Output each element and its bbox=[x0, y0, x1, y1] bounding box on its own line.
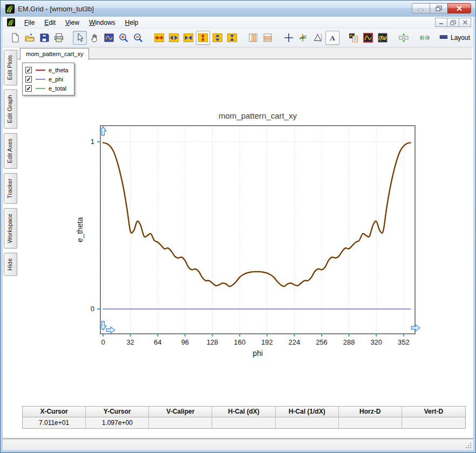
print-button[interactable] bbox=[52, 31, 66, 45]
zoom-box-tool-button[interactable] bbox=[102, 31, 116, 45]
select-tool-button[interactable] bbox=[73, 31, 87, 45]
expand-y-button[interactable] bbox=[196, 31, 210, 45]
side-tab-tracker[interactable]: Tracker bbox=[4, 173, 17, 204]
toolbar-separator bbox=[275, 31, 282, 45]
resize-grip-icon[interactable] bbox=[465, 442, 472, 449]
caliper-tool-button[interactable] bbox=[311, 31, 325, 45]
shrink-x-button[interactable] bbox=[181, 31, 195, 45]
app-logo-icon bbox=[5, 4, 15, 13]
multi-graph-button[interactable] bbox=[376, 31, 390, 45]
title-bar[interactable]: EM.Grid - [wmom_tut3b] bbox=[1, 1, 475, 17]
side-tab-edit-graph[interactable]: Edit Graph bbox=[4, 90, 17, 129]
layout-button[interactable]: Layout bbox=[439, 33, 470, 43]
tracker-header-cell: X-Cursor bbox=[23, 407, 86, 417]
menu-file[interactable]: File bbox=[19, 17, 39, 28]
side-tab-edit-plots[interactable]: Edit Plots bbox=[4, 50, 17, 85]
crosshair-button[interactable] bbox=[282, 31, 296, 45]
new-document-button[interactable] bbox=[8, 31, 22, 45]
mdi-window-buttons bbox=[436, 18, 471, 27]
tracker-header-cell: H-Cal (1/dX) bbox=[276, 407, 339, 417]
legend-label: e_phi bbox=[49, 76, 63, 83]
tracker-icon bbox=[298, 32, 309, 43]
text-label-button[interactable]: A bbox=[325, 31, 339, 45]
tracker-header-cell: Vert-D bbox=[402, 407, 465, 417]
toolbar-separator bbox=[411, 31, 418, 45]
chart-area[interactable]: mom_pattern_cart_xy032649612816019222425… bbox=[72, 107, 460, 366]
open-file-button[interactable] bbox=[23, 31, 37, 45]
restore-button[interactable] bbox=[430, 3, 448, 13]
mdi-restore-icon bbox=[450, 20, 456, 25]
side-tab-workspace[interactable]: Workspace bbox=[4, 208, 17, 249]
caliper-icon bbox=[312, 32, 323, 43]
plot-properties-button[interactable] bbox=[346, 31, 361, 45]
x-tick-label: 192 bbox=[261, 338, 273, 346]
zoom-box-icon bbox=[104, 32, 114, 43]
side-tab-hide[interactable]: Hide bbox=[4, 253, 17, 276]
menu-windows[interactable]: Windows bbox=[84, 17, 120, 28]
save-button[interactable] bbox=[37, 31, 51, 45]
x-tick-label: 32 bbox=[126, 338, 134, 346]
menu-view[interactable]: View bbox=[60, 17, 84, 28]
close-button[interactable] bbox=[447, 3, 471, 13]
tracker-tool-button[interactable] bbox=[296, 31, 310, 45]
side-tab-edit-axes[interactable]: Edit Axes bbox=[4, 133, 17, 169]
x-axis-left-handle-icon[interactable] bbox=[106, 327, 115, 333]
legend-line-swatch bbox=[36, 70, 45, 71]
legend-line-swatch bbox=[36, 79, 45, 80]
menu-edit[interactable]: Edit bbox=[39, 17, 60, 28]
mdi-minimize-button[interactable] bbox=[435, 18, 447, 27]
series-e_theta bbox=[103, 143, 411, 287]
tracker-value-cell bbox=[339, 417, 402, 428]
single-graph-icon bbox=[363, 32, 373, 43]
mdi-restore-button[interactable] bbox=[447, 18, 459, 27]
widen-y-icon bbox=[212, 32, 223, 43]
x-tick-label: 288 bbox=[343, 338, 355, 346]
expand-y-icon bbox=[198, 32, 208, 43]
widen-y-button[interactable] bbox=[210, 31, 225, 45]
zoom-in-button[interactable] bbox=[117, 31, 131, 45]
shrink-y-button[interactable] bbox=[225, 31, 239, 45]
legend-item-e_total: ✓e_total bbox=[25, 84, 69, 93]
toolbar: ALayout bbox=[3, 29, 473, 47]
y-axis-label: e_theta bbox=[76, 217, 84, 242]
window-body: FileEditViewWindowsHelp ALayout Edit Plo… bbox=[3, 17, 473, 450]
legend-checkbox-e_total[interactable]: ✓ bbox=[25, 85, 32, 92]
legend-label: e_total bbox=[49, 85, 66, 92]
single-graph-button[interactable] bbox=[361, 31, 375, 45]
x-tick-label: 352 bbox=[398, 338, 410, 346]
fit-vertical-icon bbox=[398, 32, 409, 43]
zoom-out-button[interactable] bbox=[131, 31, 145, 45]
mdi-close-button[interactable] bbox=[459, 18, 471, 27]
legend-checkbox-e_theta[interactable]: ✓ bbox=[25, 67, 32, 73]
menu-help[interactable]: Help bbox=[120, 17, 144, 28]
horizontal-gridlines-button[interactable] bbox=[261, 31, 275, 45]
x-tick-label: 96 bbox=[181, 338, 189, 346]
tracker-value-cell: 7.011e+01 bbox=[23, 417, 86, 428]
close-icon bbox=[456, 5, 463, 11]
mdi-close-icon bbox=[463, 20, 468, 25]
x-axis-right-handle-icon[interactable] bbox=[411, 325, 420, 331]
toolbar-separator bbox=[240, 31, 246, 45]
tab-mom-pattern-cart-xy[interactable]: mom_pattern_cart_xy bbox=[20, 48, 89, 60]
app-window: EM.Grid - [wmom_tut3b] FileEditViewWindo… bbox=[0, 0, 476, 453]
widen-x-button[interactable] bbox=[167, 31, 181, 45]
minimize-button[interactable] bbox=[412, 3, 430, 13]
fit-vertical-button[interactable] bbox=[397, 31, 411, 45]
fit-horizontal-icon bbox=[419, 32, 430, 43]
new-document-icon bbox=[10, 32, 21, 43]
layout-icon bbox=[439, 33, 448, 43]
legend-item-e_phi: ✓e_phi bbox=[25, 74, 69, 84]
legend-label: e_theta bbox=[49, 67, 69, 73]
pan-tool-button[interactable] bbox=[87, 31, 101, 45]
legend-checkbox-e_phi[interactable]: ✓ bbox=[25, 76, 32, 83]
expand-x-button[interactable] bbox=[152, 31, 166, 45]
fit-horizontal-button[interactable] bbox=[418, 31, 432, 45]
vertical-gridlines-button[interactable] bbox=[246, 31, 260, 45]
select-cursor-icon bbox=[74, 32, 85, 43]
legend-line-swatch bbox=[36, 88, 45, 89]
tracker-header-cell: V-Caliper bbox=[149, 407, 212, 417]
legend-item-e_theta: ✓e_theta bbox=[25, 65, 69, 74]
series-e_total bbox=[103, 143, 411, 287]
zoom-in-icon bbox=[118, 32, 129, 43]
x-tick-label: 0 bbox=[101, 338, 105, 346]
